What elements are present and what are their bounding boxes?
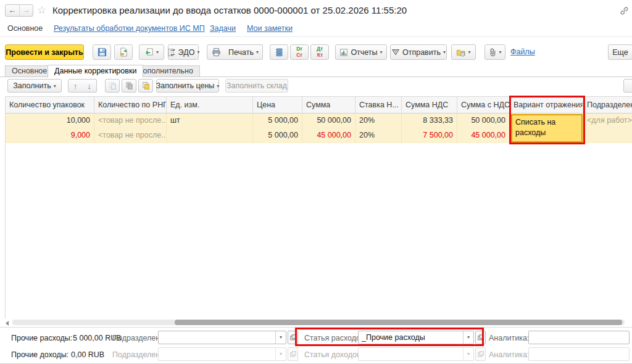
expense-item-open-button[interactable] xyxy=(475,331,486,344)
cell-department[interactable]: <для работ> xyxy=(583,114,632,128)
move-up-button[interactable]: ↑ xyxy=(68,79,83,93)
paperclip-icon xyxy=(489,48,497,57)
send-button[interactable]: Отправить ▾ xyxy=(390,44,447,60)
expense-item-label: Статья расходов: xyxy=(304,334,367,342)
income-analytics-label: Аналитика: xyxy=(489,350,529,359)
forward-icon[interactable]: → xyxy=(19,5,33,16)
income-item-open-button xyxy=(475,347,486,361)
fill-button[interactable]: Заполнить ▾ xyxy=(7,79,62,93)
chevron-down-icon: ▾ xyxy=(380,49,383,55)
edo-button[interactable]: ЭДО ▾ xyxy=(168,44,199,60)
chevron-down-icon[interactable]: ▾ xyxy=(463,331,473,344)
print-button[interactable]: Печать ▾ xyxy=(225,44,263,60)
cell-unit[interactable]: шт xyxy=(167,114,253,128)
chevron-down-icon: ▾ xyxy=(197,49,199,55)
nav-item-notes[interactable]: Мои заметки xyxy=(247,24,293,33)
paste-icon xyxy=(125,81,133,90)
chevron-down-icon: ▾ xyxy=(499,49,502,55)
cell-department[interactable] xyxy=(583,128,632,143)
nav-item-ismp-results[interactable]: Результаты обработки документов ИС МП xyxy=(54,24,205,33)
expenses-department-open-button[interactable] xyxy=(288,331,298,344)
cell-qty-rnpt[interactable]: <товар не просле... xyxy=(94,128,167,143)
cell-qty-rnpt[interactable]: <товар не просле... xyxy=(94,114,167,128)
move-down-button[interactable]: ↓ xyxy=(82,79,97,93)
col-header-vat-amount[interactable]: Сумма НДС xyxy=(402,97,457,113)
table-header-row: Количество упаковок Количество по РНПТ Е… xyxy=(6,97,632,114)
expenses-department-input[interactable]: ▾ xyxy=(158,331,286,344)
income-item-label: Статья доходов: xyxy=(304,350,363,359)
col-header-amount-with-vat[interactable]: Сумма с НДС xyxy=(457,97,510,113)
cell-vat-amount[interactable]: 7 500,00 xyxy=(402,128,457,143)
files-link[interactable]: Файлы xyxy=(510,48,535,56)
drcr-icon: DrCr xyxy=(296,46,302,58)
cell-amount[interactable]: 50 000,00 xyxy=(302,114,356,128)
dtkt-button[interactable]: ДтКт xyxy=(310,44,329,60)
post-document-icon xyxy=(119,48,128,57)
col-header-qty-rnpt[interactable]: Количество по РНПТ xyxy=(94,97,167,113)
cell-qty-packs[interactable]: 10,000 xyxy=(6,114,94,128)
reports-button[interactable]: Отчеты ▾ xyxy=(335,44,387,60)
chevron-down-icon: ▾ xyxy=(468,49,470,55)
cell-unit[interactable] xyxy=(167,128,253,143)
income-analytics-input xyxy=(528,347,630,361)
cell-qty-packs[interactable]: 9,000 xyxy=(6,128,94,143)
save-button[interactable] xyxy=(93,44,111,60)
cell-vat-amount[interactable]: 8 333,33 xyxy=(402,114,457,128)
fill-prices-button[interactable]: Заполнить цены ▾ xyxy=(156,79,219,93)
history-nav-group: ← → xyxy=(5,4,33,17)
register-records-button[interactable] xyxy=(270,44,288,60)
col-header-unit[interactable]: Ед. изм. xyxy=(167,97,253,113)
cell-vat-rate[interactable]: 20% xyxy=(356,128,402,143)
tab-correction-data[interactable]: Данные корректировки xyxy=(48,65,143,77)
cell-price[interactable]: 5 000,00 xyxy=(253,128,302,143)
other-income-amount: 0,00 RUB xyxy=(71,350,104,359)
fill-button-label: Заполнить xyxy=(13,81,51,90)
nav-item-main[interactable]: Основное xyxy=(7,24,43,33)
col-header-qty-packs[interactable]: Количество упаковок xyxy=(6,97,94,113)
reports-button-label: Отчеты xyxy=(351,48,377,57)
tab-main[interactable]: Основное xyxy=(5,65,54,77)
cell-amount-with-vat[interactable]: 45 000,00 xyxy=(457,128,510,143)
print-icon-button[interactable] xyxy=(207,44,225,60)
get-link-icon[interactable] xyxy=(620,6,629,17)
cell-vat-rate[interactable]: 20% xyxy=(356,114,402,128)
horizontal-scrollbar-thumb[interactable] xyxy=(175,320,622,325)
selected-cell-reflection-option[interactable]: Списать на расходы xyxy=(511,114,583,143)
cell-amount[interactable]: 45 000,00 xyxy=(302,128,356,143)
post-and-close-button[interactable]: Провести и закрыть xyxy=(5,44,84,60)
col-header-price[interactable]: Цена xyxy=(253,97,302,113)
scroll-left-icon[interactable] xyxy=(6,321,9,326)
expense-item-input[interactable]: _Прочие расходы ▾ xyxy=(358,331,474,344)
folder-history-button[interactable]: ▾ xyxy=(451,44,476,60)
col-header-vat-rate[interactable]: Ставка Н... xyxy=(356,97,402,113)
report-chart-icon xyxy=(339,48,348,57)
expenses-analytics-input[interactable] xyxy=(528,331,630,344)
copy-special-button[interactable] xyxy=(138,79,153,93)
nav-links-row: Основное Результаты обработки документов… xyxy=(0,20,632,37)
col-header-amount[interactable]: Сумма xyxy=(302,97,356,113)
favorite-star-icon[interactable]: ☆ xyxy=(37,4,46,17)
save-icon xyxy=(98,48,107,57)
copy-rows-button[interactable] xyxy=(105,79,120,93)
chevron-down-icon: ▾ xyxy=(256,49,259,55)
more-button[interactable]: Еще xyxy=(608,44,632,60)
create-based-on-icon xyxy=(144,48,154,57)
post-document-button[interactable] xyxy=(114,44,133,60)
back-icon[interactable]: ← xyxy=(6,5,19,16)
expenses-analytics-label: Аналитика: xyxy=(489,334,529,342)
chevron-down-icon[interactable]: ▾ xyxy=(275,331,286,344)
chevron-down-icon: ▾ xyxy=(463,348,473,360)
income-department-input: ▾ xyxy=(158,347,286,361)
attachments-button[interactable]: ▾ xyxy=(484,44,505,60)
nav-item-tasks[interactable]: Задачи xyxy=(210,24,236,33)
drcr-button[interactable]: DrCr xyxy=(290,44,309,60)
edo-exchange-icon xyxy=(167,48,176,57)
paste-rows-button[interactable] xyxy=(122,79,136,93)
table-more-button[interactable] xyxy=(623,79,632,93)
col-header-department[interactable]: Подразделение xyxy=(583,97,632,113)
income-department-open-button xyxy=(288,347,298,361)
col-header-reflection-option[interactable]: Вариант отражения xyxy=(510,97,583,113)
cell-price[interactable]: 5 000,00 xyxy=(253,114,302,128)
cell-amount-with-vat[interactable]: 50 000,00 xyxy=(457,114,510,128)
create-based-on-button[interactable]: ▾ xyxy=(139,44,164,60)
